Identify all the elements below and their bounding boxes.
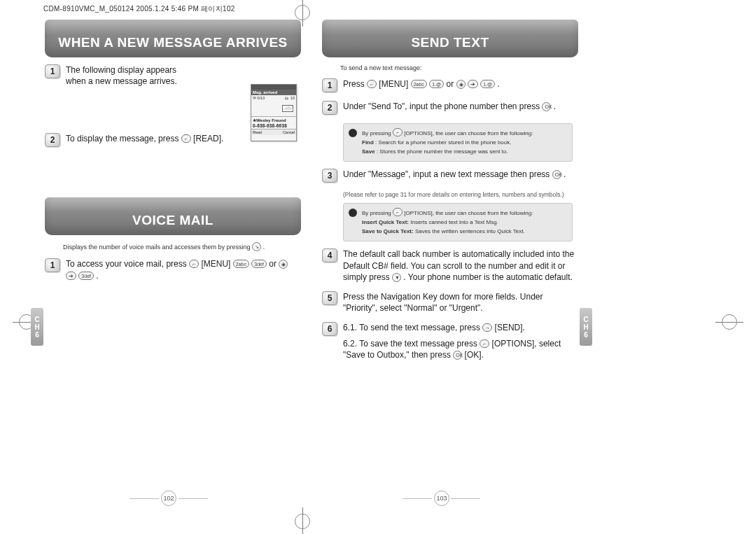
ok-key-icon: OK bbox=[542, 102, 551, 111]
phone-contact-number: 0-638-638-6638 bbox=[251, 123, 296, 129]
page-num-line bbox=[178, 498, 208, 499]
softkey-icon: ⌐ bbox=[393, 128, 402, 136]
phone-status-bar bbox=[251, 85, 296, 90]
step-number-icon: 1 bbox=[322, 78, 337, 92]
step-body: The default call back number is automati… bbox=[343, 248, 578, 283]
send-text-step-2: 2 Under "Send To", input the phone numbe… bbox=[322, 101, 578, 115]
phone-counter-txt: 🗂 10 bbox=[285, 96, 295, 100]
key-3-icon: 3def bbox=[78, 272, 94, 280]
key-1-icon: 1.@ bbox=[429, 80, 444, 88]
send-text-step-1: 1 Press ⌐ [MENU] 2abc 1.@ or ◉ 1.@ . bbox=[322, 78, 578, 92]
step-number-icon: 1 bbox=[45, 258, 60, 272]
step-body: Press ⌐ [MENU] 2abc 1.@ or ◉ 1.@ . bbox=[343, 78, 578, 92]
ch-line: 6 bbox=[35, 331, 39, 339]
nav-key-icon: ◉ bbox=[456, 80, 465, 89]
ch-line: H bbox=[34, 323, 39, 331]
ch-line: H bbox=[583, 323, 588, 331]
page-number-right: 103 bbox=[434, 491, 449, 506]
ch-line: C bbox=[34, 316, 39, 323]
tip-row: Find : Search for a phone number stored … bbox=[362, 139, 566, 147]
send-text-intro: To send a new text message: bbox=[340, 64, 578, 71]
tip-row: Save : Stores the phone number the messa… bbox=[362, 148, 566, 156]
key-3-icon: 3def bbox=[251, 260, 267, 268]
arrow-icon bbox=[66, 272, 76, 280]
phone-counter-sms: ✉ 0/10 bbox=[253, 96, 265, 100]
doc-header-line: CDM-8910VMC_M_050124 2005.1.24 5:46 PM 페… bbox=[43, 4, 235, 14]
step-number-icon: 2 bbox=[45, 133, 60, 147]
step-number-icon: 1 bbox=[45, 64, 60, 78]
step-number-icon: 2 bbox=[322, 101, 337, 115]
page-num-line bbox=[451, 498, 480, 499]
step-body: Under "Send To", input the phone number … bbox=[343, 101, 578, 115]
step-body: Press the Navigation Key down for more f… bbox=[343, 291, 578, 314]
softkey-icon: ⌐ bbox=[189, 260, 199, 268]
section-title-voice-mail: VOICE MAIL bbox=[45, 197, 301, 235]
crop-mark-bottom bbox=[288, 507, 316, 534]
softkey-icon: ⌐ bbox=[367, 80, 377, 88]
step-number-icon: 6 bbox=[322, 322, 337, 336]
nav-key-icon: ◉ bbox=[279, 260, 288, 269]
phone-screen-mock: Msg. arrived ✉ 0/10 🗂 10 ★Wesley Freund … bbox=[251, 84, 297, 141]
step-body: The following display appears when a new… bbox=[66, 64, 199, 87]
tip-row: By pressing ⌐ [OPTIONS], the user can ch… bbox=[362, 128, 566, 138]
phone-softkey-right: Cancel bbox=[283, 130, 295, 134]
tip-bullet-icon bbox=[349, 209, 357, 217]
step-body: Under "Message", input a new text messag… bbox=[343, 169, 578, 183]
down-key-icon: ▼ bbox=[392, 273, 401, 282]
chapter-tab-right: C H 6 bbox=[580, 308, 592, 346]
section-title-send-text: SEND TEXT bbox=[322, 20, 578, 57]
ok-key-icon: OK bbox=[453, 351, 462, 360]
step-number-icon: 5 bbox=[322, 291, 337, 305]
arrow-icon bbox=[468, 80, 478, 88]
step-number-icon: 3 bbox=[322, 169, 337, 183]
section-title-new-message: WHEN A NEW MESSAGE ARRIVES bbox=[45, 20, 301, 57]
page-right: SEND TEXT To send a new text message: 1 … bbox=[322, 20, 578, 510]
send-text-step-6: 6 6.1. To send the text message, press ¬… bbox=[322, 322, 578, 360]
softkey-icon: ⌐ bbox=[479, 339, 489, 348]
page-num-line bbox=[130, 498, 159, 499]
voicemail-intro: Displays the number of voice mails and a… bbox=[63, 242, 301, 251]
page-num-line bbox=[402, 498, 432, 499]
ok-key-icon: OK bbox=[552, 170, 561, 179]
ch-line: 6 bbox=[584, 331, 588, 339]
step-body: 6.1. To send the text message, press ¬ [… bbox=[343, 322, 578, 360]
step-body: To access your voice mail, press ⌐ [MENU… bbox=[66, 258, 301, 281]
chapter-tab-left: C H 6 bbox=[31, 308, 43, 346]
options-tip-box-2: By pressing ⌐ [OPTIONS], the user can ch… bbox=[343, 203, 573, 241]
options-tip-box-1: By pressing ⌐ [OPTIONS], the user can ch… bbox=[343, 123, 573, 162]
softkey-icon: ⌐ bbox=[181, 134, 191, 143]
page-number-left: 102 bbox=[161, 491, 176, 506]
send-text-step-5: 5 Press the Navigation Key down for more… bbox=[322, 291, 578, 314]
tip-row: By pressing ⌐ [OPTIONS], the user can ch… bbox=[362, 208, 566, 218]
softkey-right-icon: ¬ bbox=[482, 323, 492, 332]
tip-row: Insert Quick Text: Inserts canned text i… bbox=[362, 219, 566, 227]
phone-counters: ✉ 0/10 🗂 10 bbox=[251, 95, 296, 101]
tip-row: Save to Quick Text: Saves the written se… bbox=[362, 228, 566, 236]
key-2-icon: 2abc bbox=[411, 80, 427, 88]
crop-mark-right bbox=[715, 308, 743, 336]
send-key-icon: ↘ bbox=[252, 242, 261, 251]
send-text-step-4: 4 The default call back number is automa… bbox=[322, 248, 578, 283]
send-text-step-3: 3 Under "Message", input a new text mess… bbox=[322, 169, 578, 183]
page-left: WHEN A NEW MESSAGE ARRIVES 1 The followi… bbox=[45, 20, 301, 510]
phone-contact-name: ★Wesley Freund bbox=[251, 116, 296, 123]
key-1-icon: 1.@ bbox=[480, 80, 495, 88]
key-2-icon: 2abc bbox=[233, 260, 249, 268]
phone-softkey-left: Read bbox=[253, 130, 262, 134]
tip-bullet-icon bbox=[349, 129, 357, 137]
phone-envelope-icon bbox=[251, 101, 296, 116]
step3-note: (Please refer to page 31 for more detail… bbox=[343, 191, 578, 199]
step-number-icon: 4 bbox=[322, 248, 337, 262]
phone-msg-arrived: Msg. arrived bbox=[251, 90, 296, 95]
voicemail-step-1: 1 To access your voice mail, press ⌐ [ME… bbox=[45, 258, 301, 281]
ch-line: C bbox=[583, 316, 588, 323]
softkey-icon: ⌐ bbox=[393, 208, 402, 216]
phone-softkeys: Read Cancel bbox=[251, 129, 296, 135]
